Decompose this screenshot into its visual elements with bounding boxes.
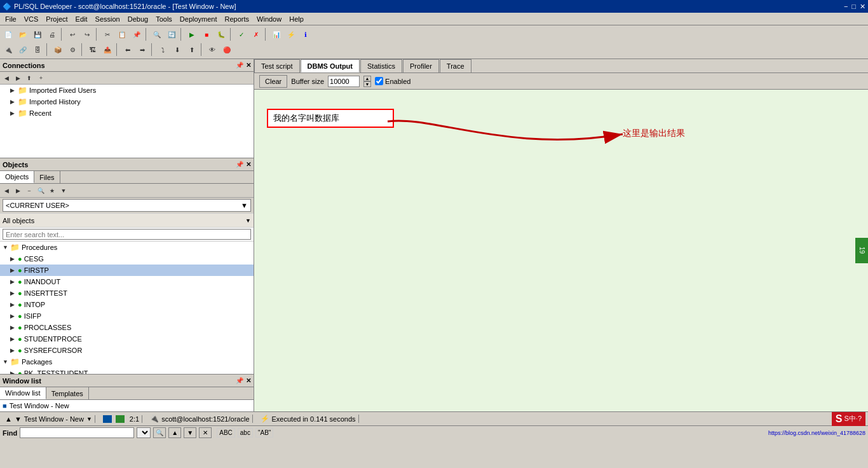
tb-stepout[interactable]: ⬆ — [185, 43, 199, 56]
tb-conn[interactable]: 🔌 — [1, 43, 15, 56]
find-quote-opt[interactable]: "AB" — [255, 428, 273, 437]
toggle-inserttest[interactable]: ▶ — [10, 290, 18, 296]
tab-trace[interactable]: Trace — [440, 59, 471, 72]
toggle-pk-teststudent[interactable]: ▶ — [10, 370, 18, 374]
tb-new[interactable]: 📄 — [1, 28, 15, 41]
find-dropdown[interactable] — [137, 427, 151, 438]
toggle-imported-history[interactable]: ▶ — [10, 99, 18, 105]
tb-info[interactable]: ℹ — [299, 28, 313, 41]
objects-close[interactable]: ✕ — [246, 161, 251, 168]
nav-down-icon[interactable]: ▼ — [15, 415, 22, 423]
tb-nav-back[interactable]: ⬅ — [121, 43, 135, 56]
obj-tb-1[interactable]: ◀ — [1, 186, 11, 196]
toggle-isifp[interactable]: ▶ — [10, 313, 18, 319]
menu-file[interactable]: File — [1, 14, 20, 24]
objects-search-input[interactable] — [3, 229, 251, 240]
tb-break[interactable]: 🔴 — [220, 43, 234, 56]
windowlist-close[interactable]: ✕ — [246, 377, 251, 384]
toggle-imported-fixed[interactable]: ▶ — [10, 87, 18, 93]
connections-pin[interactable]: 📌 — [236, 62, 243, 69]
tb-stop[interactable]: ■ — [200, 28, 214, 41]
menu-project[interactable]: Project — [42, 14, 71, 24]
tb-export[interactable]: 📤 — [100, 43, 114, 56]
tb-replace[interactable]: 🔄 — [165, 28, 179, 41]
menu-deployment[interactable]: Deployment — [176, 14, 221, 24]
enabled-checkbox[interactable] — [375, 77, 383, 85]
obj-tb-filter[interactable]: ▼ — [58, 186, 69, 196]
conn-fwd[interactable]: ▶ — [13, 73, 23, 83]
windowlist-pin[interactable]: 📌 — [236, 377, 243, 384]
toggle-cesg[interactable]: ▶ — [10, 256, 18, 262]
toggle-intop[interactable]: ▶ — [10, 301, 18, 308]
obj-inandout[interactable]: ▶ ● INANDOUT — [0, 276, 254, 287]
tb-stepinto[interactable]: ⬇ — [170, 43, 184, 56]
tb-open[interactable]: 📂 — [16, 28, 30, 41]
conn-up[interactable]: ⬆ — [24, 73, 34, 83]
tb-commit[interactable]: ✓ — [234, 28, 248, 41]
clear-button[interactable]: Clear — [259, 75, 287, 88]
obj-pk-teststudent[interactable]: ▶ ● PK_TESTSTUDENT — [0, 368, 254, 374]
buffer-size-input[interactable] — [328, 76, 360, 87]
tab-statistics[interactable]: Statistics — [360, 59, 402, 72]
tb-paste[interactable]: 📌 — [130, 28, 144, 41]
find-up-btn[interactable]: ▲ — [168, 427, 181, 438]
restore-btn[interactable]: □ — [851, 3, 856, 11]
close-btn[interactable]: ✕ — [860, 3, 865, 11]
tab-files[interactable]: Files — [34, 171, 60, 183]
tb-print[interactable]: 🖨 — [45, 28, 59, 41]
tab-dbms-output[interactable]: DBMS Output — [301, 59, 360, 72]
conn-imported-history[interactable]: ▶ 📁 Imported History — [0, 96, 254, 107]
obj-isifp[interactable]: ▶ ● ISIFP — [0, 310, 254, 322]
obj-inserttest[interactable]: ▶ ● INSERTTEST — [0, 287, 254, 299]
toggle-proclasses[interactable]: ▶ — [10, 324, 18, 331]
find-input[interactable] — [20, 427, 134, 438]
obj-tb-minus[interactable]: − — [24, 186, 34, 196]
tb-obj[interactable]: 📦 — [51, 43, 65, 56]
menu-session[interactable]: Session — [92, 14, 124, 24]
find-abc-lower-opt[interactable]: abc — [238, 428, 253, 437]
tb-run[interactable]: ▶ — [185, 28, 199, 41]
conn-add[interactable]: ＋ — [36, 73, 46, 83]
obj-tb-search[interactable]: 🔍 — [36, 186, 46, 196]
toggle-studentproce[interactable]: ▶ — [10, 336, 18, 342]
find-clear-btn[interactable]: ✕ — [199, 427, 212, 438]
spin-down-btn[interactable]: ▼ — [363, 81, 371, 87]
tb-watch[interactable]: 👁 — [205, 43, 219, 56]
obj-firstp[interactable]: ▶ ● FIRSTP — [0, 265, 254, 276]
tb-explain[interactable]: 📊 — [269, 28, 283, 41]
obj-packages[interactable]: ▼ 📁 Packages — [0, 356, 254, 368]
wl-test-window[interactable]: ■ Test Window - New — [0, 400, 254, 411]
tb-redo[interactable]: ↪ — [80, 28, 94, 41]
menu-debug[interactable]: Debug — [124, 14, 152, 24]
obj-proclasses[interactable]: ▶ ● PROCLASSES — [0, 322, 254, 333]
menu-tools[interactable]: Tools — [152, 14, 176, 24]
obj-sysrefcursor[interactable]: ▶ ● SYSREFCURSOR — [0, 345, 254, 356]
menu-vcs[interactable]: VCS — [20, 14, 43, 24]
tb-schema[interactable]: 🏗 — [86, 43, 100, 56]
tb-rollback[interactable]: ✗ — [249, 28, 263, 41]
tab-test-script[interactable]: Test script — [254, 59, 300, 72]
tb-compile[interactable]: ⚙ — [65, 43, 79, 56]
all-objects-row[interactable]: All objects ▼ — [0, 214, 254, 228]
find-down-btn[interactable]: ▼ — [184, 427, 196, 438]
toggle-firstp[interactable]: ▶ — [10, 267, 18, 273]
menu-help[interactable]: Help — [285, 14, 308, 24]
tb-copy[interactable]: 📋 — [115, 28, 129, 41]
spin-up-btn[interactable]: ▲ — [363, 76, 371, 81]
tb-undo[interactable]: ↩ — [65, 28, 79, 41]
current-user-dropdown[interactable]: <CURRENT USER> ▼ — [3, 199, 251, 212]
obj-cesg[interactable]: ▶ ● CESG — [0, 253, 254, 265]
toggle-procedures[interactable]: ▼ — [3, 244, 10, 251]
tb-db[interactable]: 🗄 — [31, 43, 44, 56]
tb-find[interactable]: 🔍 — [150, 28, 164, 41]
find-search-btn[interactable]: 🔍 — [153, 427, 166, 438]
tb-stepover[interactable]: ⤵ — [156, 43, 170, 56]
obj-tb-2[interactable]: ▶ — [13, 186, 23, 196]
toggle-recent[interactable]: ▶ — [10, 110, 18, 116]
menu-reports[interactable]: Reports — [221, 14, 254, 24]
tb-conn2[interactable]: 🔗 — [16, 43, 30, 56]
tb-save[interactable]: 💾 — [31, 28, 44, 41]
conn-back[interactable]: ◀ — [1, 73, 11, 83]
toggle-inandout[interactable]: ▶ — [10, 279, 18, 285]
conn-recent[interactable]: ▶ 📁 Recent — [0, 107, 254, 119]
